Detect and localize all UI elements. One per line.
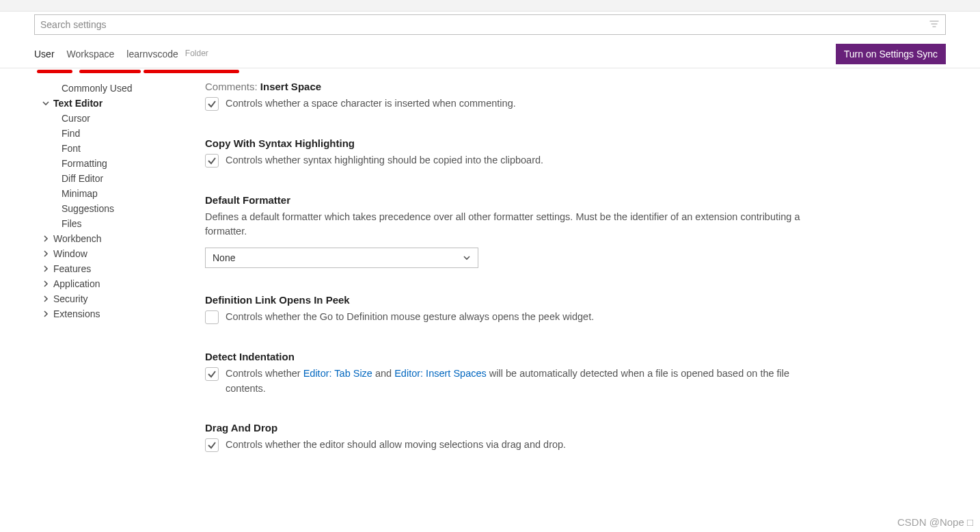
- sidebar-item-minimap[interactable]: Minimap: [41, 186, 200, 201]
- sidebar-item-window[interactable]: Window: [41, 246, 200, 261]
- checkbox[interactable]: [205, 438, 219, 452]
- chevron-right-icon: [41, 265, 51, 273]
- setting-name: Drag And Drop: [205, 422, 277, 434]
- link-editor-tab-size[interactable]: Editor: Tab Size: [303, 368, 372, 379]
- filter-icon[interactable]: [929, 19, 940, 30]
- annotation-underline: [79, 70, 141, 73]
- setting-description: Controls whether the editor should allow…: [226, 438, 566, 453]
- chevron-right-icon: [41, 295, 51, 303]
- setting-drag-and-drop: Drag And Drop Controls whether the edito…: [205, 422, 820, 453]
- setting-description: Defines a default formatter which takes …: [205, 210, 820, 240]
- sidebar-item-diff-editor[interactable]: Diff Editor: [41, 171, 200, 186]
- search-settings-box[interactable]: [34, 14, 946, 35]
- tab-workspace[interactable]: Workspace: [67, 46, 115, 68]
- chevron-down-icon: [41, 99, 51, 107]
- chevron-right-icon: [41, 235, 51, 243]
- checkbox[interactable]: [205, 97, 219, 111]
- link-editor-insert-spaces[interactable]: Editor: Insert Spaces: [394, 368, 487, 379]
- sidebar-item-files[interactable]: Files: [41, 216, 200, 231]
- setting-name: Default Formatter: [205, 194, 290, 206]
- sidebar-item-features[interactable]: Features: [41, 261, 200, 276]
- chevron-right-icon: [41, 280, 51, 288]
- annotation-underline: [37, 70, 72, 73]
- sidebar-item-font[interactable]: Font: [41, 141, 200, 156]
- default-formatter-select[interactable]: None: [205, 248, 478, 268]
- setting-name: Insert Space: [260, 81, 321, 92]
- setting-description: Controls whether Editor: Tab Size and Ed…: [226, 367, 820, 397]
- setting-category: Comments:: [205, 81, 260, 92]
- setting-detect-indentation: Detect Indentation Controls whether Edit…: [205, 351, 820, 397]
- setting-description: Controls whether the Go to Definition mo…: [226, 310, 594, 325]
- setting-description: Controls whether syntax highlighting sho…: [226, 153, 543, 168]
- tab-folder[interactable]: learnvscode: [126, 46, 178, 68]
- tab-user[interactable]: User: [34, 46, 55, 68]
- settings-sync-button[interactable]: Turn on Settings Sync: [836, 44, 946, 64]
- sidebar-item-application[interactable]: Application: [41, 276, 200, 291]
- setting-default-formatter: Default Formatter Defines a default form…: [205, 194, 820, 269]
- chevron-right-icon: [41, 250, 51, 258]
- setting-name: Definition Link Opens In Peek: [205, 294, 350, 306]
- checkbox[interactable]: [205, 367, 219, 381]
- sidebar-item-cursor[interactable]: Cursor: [41, 111, 200, 126]
- folder-tag: Folder: [185, 49, 208, 58]
- settings-tree: Commonly Used Text Editor Cursor Find Fo…: [0, 68, 205, 518]
- setting-definition-link-peek: Definition Link Opens In Peek Controls w…: [205, 294, 820, 325]
- setting-copy-syntax-highlighting: Copy With Syntax Highlighting Controls w…: [205, 137, 820, 168]
- settings-list[interactable]: Comments: Insert Space Controls whether …: [205, 68, 980, 518]
- sidebar-item-commonly-used[interactable]: Commonly Used: [41, 81, 200, 96]
- search-input[interactable]: [40, 19, 929, 30]
- setting-description: Controls whether a space character is in…: [226, 96, 516, 111]
- annotation-underline: [144, 70, 239, 73]
- sidebar-item-workbench[interactable]: Workbench: [41, 231, 200, 246]
- sidebar-item-text-editor[interactable]: Text Editor: [41, 96, 200, 111]
- setting-comments-insert-space: Comments: Insert Space Controls whether …: [205, 81, 820, 111]
- sidebar-item-suggestions[interactable]: Suggestions: [41, 201, 200, 216]
- sidebar-item-security[interactable]: Security: [41, 291, 200, 306]
- chevron-right-icon: [41, 310, 51, 318]
- watermark: CSDN @Nope □: [897, 516, 973, 528]
- setting-name: Detect Indentation: [205, 351, 295, 362]
- sidebar-item-find[interactable]: Find: [41, 126, 200, 141]
- scope-tabs: User Workspace learnvscode Folder Turn o…: [0, 35, 980, 68]
- chevron-down-icon: [463, 254, 471, 262]
- sidebar-item-extensions[interactable]: Extensions: [41, 306, 200, 321]
- select-value: None: [213, 252, 463, 263]
- checkbox[interactable]: [205, 310, 219, 324]
- checkbox[interactable]: [205, 154, 219, 168]
- setting-name: Copy With Syntax Highlighting: [205, 137, 355, 149]
- sidebar-item-formatting[interactable]: Formatting: [41, 156, 200, 171]
